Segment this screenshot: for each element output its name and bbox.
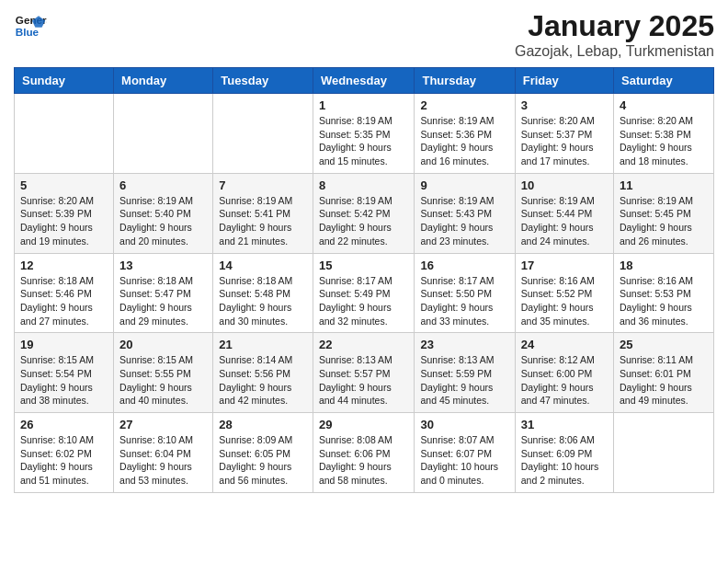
calendar-cell: 19Sunrise: 8:15 AM Sunset: 5:54 PM Dayli… [15,333,114,413]
day-number: 27 [119,418,207,431]
week-row-1: 5Sunrise: 8:20 AM Sunset: 5:39 PM Daylig… [15,173,714,253]
day-info: Sunrise: 8:13 AM Sunset: 5:57 PM Dayligh… [319,353,409,408]
day-number: 6 [119,178,207,192]
calendar-cell: 23Sunrise: 8:13 AM Sunset: 5:59 PM Dayli… [415,333,515,413]
subtitle: Gazojak, Lebap, Turkmenistan [515,43,714,60]
week-row-3: 19Sunrise: 8:15 AM Sunset: 5:54 PM Dayli… [15,333,714,413]
day-info: Sunrise: 8:17 AM Sunset: 5:50 PM Dayligh… [420,274,508,328]
title-block: January 2025 Gazojak, Lebap, Turkmenista… [515,9,714,60]
day-number: 11 [620,178,708,192]
calendar-cell [614,413,714,493]
calendar-cell: 13Sunrise: 8:18 AM Sunset: 5:47 PM Dayli… [114,253,213,333]
calendar-cell: 15Sunrise: 8:17 AM Sunset: 5:49 PM Dayli… [313,253,415,333]
day-number: 19 [20,338,108,351]
calendar-cell: 2Sunrise: 8:19 AM Sunset: 5:36 PM Daylig… [415,94,515,174]
header-friday: Friday [515,68,613,94]
calendar-cell: 21Sunrise: 8:14 AM Sunset: 5:56 PM Dayli… [213,333,313,413]
calendar-cell: 12Sunrise: 8:18 AM Sunset: 5:46 PM Dayli… [15,253,114,333]
page: General Blue January 2025 Gazojak, Lebap… [0,0,728,502]
day-info: Sunrise: 8:12 AM Sunset: 6:00 PM Dayligh… [521,353,608,408]
day-number: 5 [20,178,108,192]
calendar-cell: 28Sunrise: 8:09 AM Sunset: 6:05 PM Dayli… [213,413,313,493]
day-number: 24 [521,338,608,351]
calendar-cell: 20Sunrise: 8:15 AM Sunset: 5:55 PM Dayli… [114,333,213,413]
day-info: Sunrise: 8:18 AM Sunset: 5:47 PM Dayligh… [119,274,207,328]
calendar-cell: 31Sunrise: 8:06 AM Sunset: 6:09 PM Dayli… [515,413,613,493]
day-info: Sunrise: 8:15 AM Sunset: 5:55 PM Dayligh… [119,353,207,408]
calendar-cell: 8Sunrise: 8:19 AM Sunset: 5:42 PM Daylig… [313,173,415,253]
day-number: 8 [319,178,409,192]
day-info: Sunrise: 8:11 AM Sunset: 6:01 PM Dayligh… [620,353,708,408]
day-info: Sunrise: 8:09 AM Sunset: 6:05 PM Dayligh… [219,433,307,488]
calendar-cell [213,94,313,174]
calendar-cell: 18Sunrise: 8:16 AM Sunset: 5:53 PM Dayli… [614,253,714,333]
week-row-4: 26Sunrise: 8:10 AM Sunset: 6:02 PM Dayli… [15,413,714,493]
header-monday: Monday [114,68,213,94]
day-info: Sunrise: 8:18 AM Sunset: 5:46 PM Dayligh… [20,274,108,328]
calendar-cell: 29Sunrise: 8:08 AM Sunset: 6:06 PM Dayli… [313,413,415,493]
day-number: 15 [319,259,409,272]
logo: General Blue [14,9,47,42]
day-info: Sunrise: 8:19 AM Sunset: 5:40 PM Dayligh… [119,194,207,248]
day-info: Sunrise: 8:08 AM Sunset: 6:06 PM Dayligh… [319,433,409,488]
header-sunday: Sunday [15,68,114,94]
day-info: Sunrise: 8:20 AM Sunset: 5:38 PM Dayligh… [620,114,708,168]
calendar-cell: 11Sunrise: 8:19 AM Sunset: 5:45 PM Dayli… [614,173,714,253]
day-number: 7 [219,178,307,192]
day-info: Sunrise: 8:19 AM Sunset: 5:43 PM Dayligh… [420,194,508,248]
logo-icon: General Blue [14,9,47,42]
day-info: Sunrise: 8:15 AM Sunset: 5:54 PM Dayligh… [20,353,108,408]
day-number: 4 [620,98,708,112]
day-number: 3 [521,98,608,112]
day-number: 23 [420,338,508,351]
calendar-cell: 3Sunrise: 8:20 AM Sunset: 5:37 PM Daylig… [515,94,613,174]
calendar-cell: 17Sunrise: 8:16 AM Sunset: 5:52 PM Dayli… [515,253,613,333]
day-info: Sunrise: 8:13 AM Sunset: 5:59 PM Dayligh… [420,353,508,408]
day-number: 13 [119,259,207,272]
calendar-cell: 25Sunrise: 8:11 AM Sunset: 6:01 PM Dayli… [614,333,714,413]
main-title: January 2025 [515,9,714,43]
calendar-cell: 10Sunrise: 8:19 AM Sunset: 5:44 PM Dayli… [515,173,613,253]
day-info: Sunrise: 8:10 AM Sunset: 6:02 PM Dayligh… [20,433,108,488]
calendar-cell: 9Sunrise: 8:19 AM Sunset: 5:43 PM Daylig… [415,173,515,253]
day-number: 2 [420,98,508,112]
day-info: Sunrise: 8:16 AM Sunset: 5:53 PM Dayligh… [620,274,708,328]
calendar: Sunday Monday Tuesday Wednesday Thursday… [14,67,714,493]
day-number: 10 [521,178,608,192]
day-number: 22 [319,338,409,351]
day-number: 16 [420,259,508,272]
day-number: 29 [319,418,409,431]
day-number: 9 [420,178,508,192]
week-row-2: 12Sunrise: 8:18 AM Sunset: 5:46 PM Dayli… [15,253,714,333]
day-info: Sunrise: 8:19 AM Sunset: 5:42 PM Dayligh… [319,194,409,248]
day-info: Sunrise: 8:17 AM Sunset: 5:49 PM Dayligh… [319,274,409,328]
day-info: Sunrise: 8:19 AM Sunset: 5:44 PM Dayligh… [521,194,608,248]
day-number: 26 [20,418,108,431]
header: General Blue January 2025 Gazojak, Lebap… [14,9,714,60]
day-number: 12 [20,259,108,272]
calendar-cell: 26Sunrise: 8:10 AM Sunset: 6:02 PM Dayli… [15,413,114,493]
calendar-cell: 14Sunrise: 8:18 AM Sunset: 5:48 PM Dayli… [213,253,313,333]
day-number: 28 [219,418,307,431]
day-info: Sunrise: 8:07 AM Sunset: 6:07 PM Dayligh… [420,433,508,488]
day-number: 17 [521,259,608,272]
day-info: Sunrise: 8:14 AM Sunset: 5:56 PM Dayligh… [219,353,307,408]
day-info: Sunrise: 8:06 AM Sunset: 6:09 PM Dayligh… [521,433,608,488]
calendar-cell: 16Sunrise: 8:17 AM Sunset: 5:50 PM Dayli… [415,253,515,333]
day-info: Sunrise: 8:19 AM Sunset: 5:41 PM Dayligh… [219,194,307,248]
day-info: Sunrise: 8:19 AM Sunset: 5:36 PM Dayligh… [420,114,508,168]
calendar-cell [15,94,114,174]
calendar-cell: 5Sunrise: 8:20 AM Sunset: 5:39 PM Daylig… [15,173,114,253]
weekday-row: Sunday Monday Tuesday Wednesday Thursday… [15,68,714,94]
day-info: Sunrise: 8:16 AM Sunset: 5:52 PM Dayligh… [521,274,608,328]
calendar-cell: 7Sunrise: 8:19 AM Sunset: 5:41 PM Daylig… [213,173,313,253]
header-wednesday: Wednesday [313,68,415,94]
day-info: Sunrise: 8:10 AM Sunset: 6:04 PM Dayligh… [119,433,207,488]
calendar-cell: 1Sunrise: 8:19 AM Sunset: 5:35 PM Daylig… [313,94,415,174]
day-info: Sunrise: 8:20 AM Sunset: 5:39 PM Dayligh… [20,194,108,248]
day-info: Sunrise: 8:20 AM Sunset: 5:37 PM Dayligh… [521,114,608,168]
day-info: Sunrise: 8:18 AM Sunset: 5:48 PM Dayligh… [219,274,307,328]
calendar-cell: 6Sunrise: 8:19 AM Sunset: 5:40 PM Daylig… [114,173,213,253]
day-number: 25 [620,338,708,351]
calendar-cell: 4Sunrise: 8:20 AM Sunset: 5:38 PM Daylig… [614,94,714,174]
